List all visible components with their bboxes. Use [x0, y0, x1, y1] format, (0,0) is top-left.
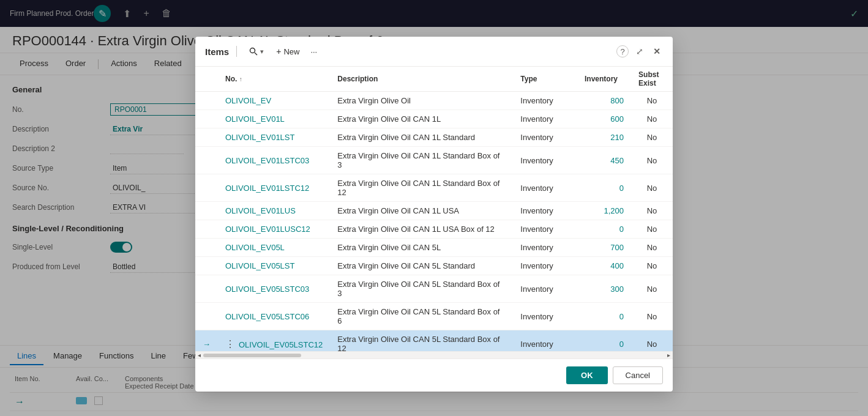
row-description: Extra Virgin Olive Oil CAN 1L Standard: [330, 128, 513, 147]
item-no-link[interactable]: OLIVOIL_EV05L: [225, 243, 285, 252]
scroll-arrow-right[interactable]: ▸: [667, 352, 670, 358]
modal-header-actions: ▾ + New ···: [244, 44, 321, 59]
row-no[interactable]: OLIVOIL_EV01LUS: [218, 202, 330, 220]
ok-button[interactable]: OK: [566, 366, 608, 384]
items-modal: Items ▾ + New ··· ? ⤢ ✕: [195, 37, 673, 392]
item-no-link[interactable]: OLIVOIL_EV05LSTC12: [239, 340, 323, 349]
row-arrow-icon: →: [203, 340, 211, 349]
item-no-link[interactable]: OLIVOIL_EV01LST: [225, 133, 294, 142]
table-row[interactable]: OLIVOIL_EV05LSTC06Extra Virgin Olive Oil…: [195, 303, 673, 330]
row-type: Inventory: [513, 220, 577, 239]
help-button[interactable]: ?: [616, 45, 629, 58]
table-row[interactable]: OLIVOIL_EV01LExtra Virgin Olive Oil CAN …: [195, 110, 673, 128]
sort-arrow-asc: ↑: [239, 76, 242, 83]
th-no[interactable]: No. ↑: [218, 67, 330, 92]
row-type: Inventory: [513, 128, 577, 147]
table-header: No. ↑ Description Type Inventory: [195, 67, 673, 92]
more-button[interactable]: ···: [307, 45, 321, 59]
table-row[interactable]: OLIVOIL_EV05LSTC03Extra Virgin Olive Oil…: [195, 275, 673, 303]
row-inventory: 0: [577, 220, 631, 239]
scroll-track[interactable]: ◂ ▸: [195, 351, 673, 358]
row-indicator-cell: [195, 128, 218, 147]
item-no-link[interactable]: OLIVOIL_EV01LUSC12: [225, 225, 310, 234]
th-description[interactable]: Description: [330, 67, 513, 92]
row-inventory: 450: [577, 147, 631, 174]
row-subst-exist: No: [631, 239, 673, 257]
table-row[interactable]: OLIVOIL_EV01LUSC12Extra Virgin Olive Oil…: [195, 220, 673, 239]
row-description: Extra Virgin Olive Oil CAN 5L Standard: [330, 257, 513, 275]
row-indicator-cell: [195, 303, 218, 330]
row-type: Inventory: [513, 303, 577, 330]
item-no-link[interactable]: OLIVOIL_EV05LSTC03: [225, 284, 309, 294]
row-subst-exist: No: [631, 147, 673, 174]
row-description: Extra Virgin Olive Oil CAN 5L Standard B…: [330, 275, 513, 303]
row-inventory: 0: [577, 303, 631, 330]
scroll-arrow-left[interactable]: ◂: [198, 352, 201, 358]
th-type-label: Type: [520, 75, 537, 83]
row-no[interactable]: OLIVOIL_EV01LUSC12: [218, 220, 330, 239]
row-description: Extra Virgin Olive Oil CAN 1L USA: [330, 202, 513, 220]
plus-icon: +: [276, 46, 281, 56]
row-no[interactable]: OLIVOIL_EV01LSTC03: [218, 147, 330, 174]
table-row[interactable]: OLIVOIL_EV01LSTExtra Virgin Olive Oil CA…: [195, 128, 673, 147]
row-description: Extra Virgin Olive Oil CAN 1L: [330, 110, 513, 128]
row-description: Extra Virgin Olive Oil CAN 1L USA Box of…: [330, 220, 513, 239]
th-type[interactable]: Type: [513, 67, 577, 92]
row-no[interactable]: OLIVOIL_EV05LSTC06: [218, 303, 330, 330]
row-indicator-cell: [195, 174, 218, 202]
table-row[interactable]: OLIVOIL_EV01LUSExtra Virgin Olive Oil CA…: [195, 202, 673, 220]
modal-table-container: No. ↑ Description Type Inventory: [195, 67, 673, 351]
table-row[interactable]: OLIVOIL_EV05LExtra Virgin Olive Oil CAN …: [195, 239, 673, 257]
row-context-dots[interactable]: ⋮: [225, 339, 235, 349]
row-inventory: 400: [577, 257, 631, 275]
item-no-link[interactable]: OLIVOIL_EV05LST: [225, 261, 294, 270]
modal-close-area: ? ⤢ ✕: [616, 44, 663, 59]
new-button[interactable]: + New: [271, 44, 304, 59]
row-no[interactable]: OLIVOIL_EV01LST: [218, 128, 330, 147]
row-description: Extra Virgin Olive Oil CAN 1L Standard B…: [330, 147, 513, 174]
table-row[interactable]: OLIVOIL_EV01LSTC03Extra Virgin Olive Oil…: [195, 147, 673, 174]
row-indicator-cell: [195, 92, 218, 110]
row-no[interactable]: OLIVOIL_EV: [218, 92, 330, 110]
row-no[interactable]: OLIVOIL_EV05LSTC03: [218, 275, 330, 303]
row-description: Extra Virgin Olive Oil CAN 5L: [330, 239, 513, 257]
cancel-button[interactable]: Cancel: [613, 366, 663, 384]
row-subst-exist: No: [631, 275, 673, 303]
row-no[interactable]: OLIVOIL_EV01L: [218, 110, 330, 128]
row-type: Inventory: [513, 147, 577, 174]
th-subst-exist[interactable]: SubstExist: [631, 67, 673, 92]
table-row[interactable]: OLIVOIL_EV01LSTC12Extra Virgin Olive Oil…: [195, 174, 673, 202]
table-row[interactable]: OLIVOIL_EV05LSTExtra Virgin Olive Oil CA…: [195, 257, 673, 275]
svg-line-1: [255, 53, 257, 55]
row-type: Inventory: [513, 239, 577, 257]
row-subst-exist: No: [631, 92, 673, 110]
new-label: New: [283, 47, 299, 56]
modal-header-separator: [236, 46, 237, 57]
table-row[interactable]: →⋮OLIVOIL_EV05LSTC12Extra Virgin Olive O…: [195, 330, 673, 352]
item-no-link[interactable]: OLIVOIL_EV05LSTC06: [225, 312, 309, 321]
row-no[interactable]: ⋮OLIVOIL_EV05LSTC12: [218, 330, 330, 352]
th-desc-label: Description: [337, 75, 378, 83]
table-row[interactable]: OLIVOIL_EVExtra Virgin Olive OilInventor…: [195, 92, 673, 110]
row-subst-exist: No: [631, 257, 673, 275]
search-button[interactable]: ▾: [244, 45, 269, 58]
item-no-link[interactable]: OLIVOIL_EV01LSTC12: [225, 184, 309, 193]
row-subst-exist: No: [631, 303, 673, 330]
th-inventory[interactable]: Inventory: [577, 67, 631, 92]
row-indicator-cell: →: [195, 330, 218, 352]
row-type: Inventory: [513, 110, 577, 128]
item-no-link[interactable]: OLIVOIL_EV01L: [225, 114, 285, 124]
expand-button[interactable]: ⤢: [634, 44, 646, 59]
item-no-link[interactable]: OLIVOIL_EV01LUS: [225, 206, 296, 215]
row-no[interactable]: OLIVOIL_EV05LST: [218, 257, 330, 275]
row-no[interactable]: OLIVOIL_EV05L: [218, 239, 330, 257]
close-button[interactable]: ✕: [651, 44, 663, 59]
item-no-link[interactable]: OLIVOIL_EV01LSTC03: [225, 156, 309, 165]
scroll-thumb[interactable]: [203, 354, 301, 357]
row-no[interactable]: OLIVOIL_EV01LSTC12: [218, 174, 330, 202]
row-subst-exist: No: [631, 202, 673, 220]
row-type: Inventory: [513, 92, 577, 110]
svg-point-0: [250, 48, 255, 53]
item-no-link[interactable]: OLIVOIL_EV: [225, 96, 271, 105]
row-indicator-cell: [195, 147, 218, 174]
